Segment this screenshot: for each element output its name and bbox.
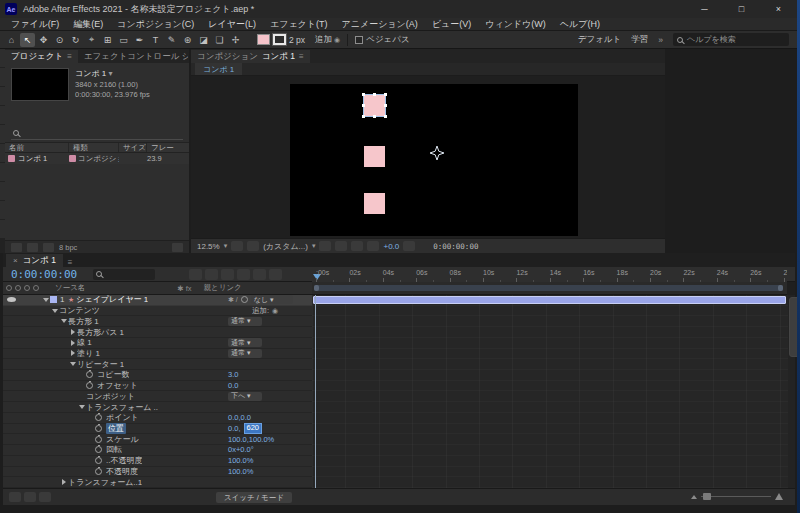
stopwatch-icon[interactable] (95, 436, 102, 443)
project-search-input[interactable] (11, 127, 183, 140)
comp-canvas[interactable] (290, 84, 578, 236)
add-menu-icon[interactable]: ◉ (334, 36, 340, 44)
twirl-arrow-icon[interactable] (68, 350, 77, 356)
track-row[interactable] (312, 477, 788, 488)
maximize-button[interactable]: □ (723, 0, 760, 18)
parent-dropdown[interactable]: なし ▾ (251, 295, 293, 304)
track-row[interactable] (312, 391, 788, 402)
comp-mini-flowchart-icon[interactable] (189, 269, 202, 280)
timeline-row[interactable]: 長方形パス 1 (3, 327, 312, 338)
track-row[interactable] (312, 359, 788, 370)
timeline-row[interactable]: ..不透明度100.0% (3, 456, 312, 467)
snapshot-camera-icon[interactable] (403, 241, 415, 251)
timeline-row[interactable]: ポイント0.0,0.0 (3, 413, 312, 424)
zoom-out-mountain-icon[interactable] (691, 495, 697, 499)
menu-item[interactable]: ファイル(F) (4, 18, 66, 31)
blend-mode-dropdown[interactable]: 通常 ▾ (228, 338, 262, 347)
timeline-row[interactable]: 不透明度100.0% (3, 467, 312, 478)
twirl-arrow-icon[interactable] (68, 340, 77, 346)
property-name[interactable]: スケール (106, 434, 139, 445)
selection-handle[interactable] (373, 93, 376, 96)
vertical-scrollbar[interactable] (788, 295, 795, 488)
bezier-path-checkbox[interactable] (355, 36, 363, 44)
track-row[interactable] (312, 424, 788, 435)
property-name[interactable]: ポイント (106, 412, 139, 423)
hand-tool-icon[interactable]: ✥ (36, 33, 51, 47)
menu-item[interactable]: エフェクト(T) (263, 18, 335, 31)
property-name[interactable]: 長方形パス 1 (77, 327, 124, 338)
selection-handle[interactable] (362, 104, 365, 107)
puppet-pin-tool-icon[interactable]: ✢ (228, 33, 243, 47)
stopwatch-icon[interactable] (95, 414, 102, 421)
current-time-display[interactable]: 0:00:00:00 (11, 268, 77, 281)
property-value[interactable]: 100.0% (228, 467, 253, 476)
transparency-grid-icon[interactable] (335, 241, 347, 251)
property-name[interactable]: コンテンツ (59, 305, 100, 316)
timeline-tab[interactable]: × コンポ 1 (6, 254, 63, 267)
selection-handle[interactable] (362, 115, 365, 118)
selection-handle[interactable] (373, 115, 376, 118)
timeline-row[interactable]: コンテンツ追加:◉ (3, 306, 312, 317)
help-search-input[interactable]: ヘルプを検索 (673, 33, 789, 46)
shape-square[interactable] (364, 146, 385, 167)
timeline-row[interactable]: トランスフォーム..1 (3, 477, 312, 488)
project-item-row[interactable]: コンポ 1 コンポジション 23.9 (5, 153, 189, 164)
interpret-footage-icon[interactable] (11, 243, 22, 252)
track-row[interactable] (312, 370, 788, 381)
zoom-in-mountain-icon[interactable] (775, 493, 783, 500)
panel-menu-icon[interactable]: ≡ (67, 52, 72, 61)
fill-color-swatch[interactable] (257, 34, 270, 45)
timeline-zoom-slider[interactable] (691, 493, 783, 500)
expand-av-features-icon[interactable] (9, 492, 21, 502)
twirl-arrow-icon[interactable] (68, 329, 77, 335)
stroke-color-swatch[interactable] (273, 34, 286, 45)
twirl-arrow-icon[interactable] (68, 362, 77, 366)
menu-item[interactable]: アニメーション(A) (335, 18, 425, 31)
zoom-slider-handle[interactable] (703, 493, 711, 500)
shape-square[interactable] (364, 95, 385, 116)
stopwatch-icon[interactable] (86, 371, 93, 378)
selection-tool-icon[interactable]: ↖ (20, 33, 35, 47)
timeline-row[interactable]: 長方形 1通常 ▾ (3, 316, 312, 327)
grid-guides-icon[interactable] (231, 241, 243, 251)
tab-composition[interactable]: コンポジション コンポ 1 ≡ (191, 50, 310, 63)
motion-blur-icon[interactable] (253, 269, 266, 280)
timeline-search-input[interactable] (93, 269, 155, 280)
track-row[interactable] (312, 402, 788, 413)
zoom-tool-icon[interactable]: ⊙ (52, 33, 67, 47)
viewer-time-display[interactable]: 0:00:00:00 (433, 242, 478, 251)
timeline-row[interactable]: オフセット0.0 (3, 381, 312, 392)
track-row[interactable] (312, 413, 788, 424)
composite-dropdown[interactable]: 下へ ▾ (228, 392, 262, 401)
resolution-dropdown[interactable]: (カスタム...) (263, 241, 308, 252)
work-area-bar[interactable] (314, 285, 783, 291)
track-row[interactable] (312, 338, 788, 349)
track-row[interactable] (312, 327, 788, 338)
property-name[interactable]: 塗り 1 (77, 348, 100, 359)
home-tool-icon[interactable]: ⌂ (4, 33, 19, 47)
pan-behind-tool-icon[interactable]: ⊞ (100, 33, 115, 47)
timeline-row[interactable]: 位置0.0,620 (3, 424, 312, 435)
graph-editor-icon[interactable] (269, 269, 282, 280)
workspace-learn-button[interactable]: 学習 (631, 34, 648, 46)
expand-transfer-controls-icon[interactable] (24, 492, 36, 502)
stopwatch-icon[interactable] (95, 425, 102, 432)
selection-handle[interactable] (384, 93, 387, 96)
property-value[interactable]: 0.0 (228, 381, 238, 390)
property-name[interactable]: コピー数 (97, 369, 129, 380)
layer-switches[interactable]: ✱ / (228, 296, 238, 304)
column-header[interactable]: 名前 (5, 143, 69, 152)
layer-label-color[interactable] (50, 296, 57, 303)
stopwatch-icon[interactable] (95, 446, 102, 453)
twirl-arrow-icon[interactable] (77, 405, 86, 409)
menu-item[interactable]: ヘルプ(H) (553, 18, 607, 31)
expand-inout-icon[interactable] (39, 492, 51, 502)
hide-shy-layers-icon[interactable] (221, 269, 234, 280)
column-header[interactable]: フレー (147, 143, 189, 152)
blend-mode-dropdown[interactable]: 通常 ▾ (228, 349, 262, 358)
layer-duration-bar[interactable] (313, 296, 786, 304)
pixel-aspect-icon[interactable] (351, 241, 363, 251)
menu-item[interactable]: ビュー(V) (425, 18, 478, 31)
region-of-interest-icon[interactable] (319, 241, 331, 251)
selection-handle[interactable] (384, 104, 387, 107)
